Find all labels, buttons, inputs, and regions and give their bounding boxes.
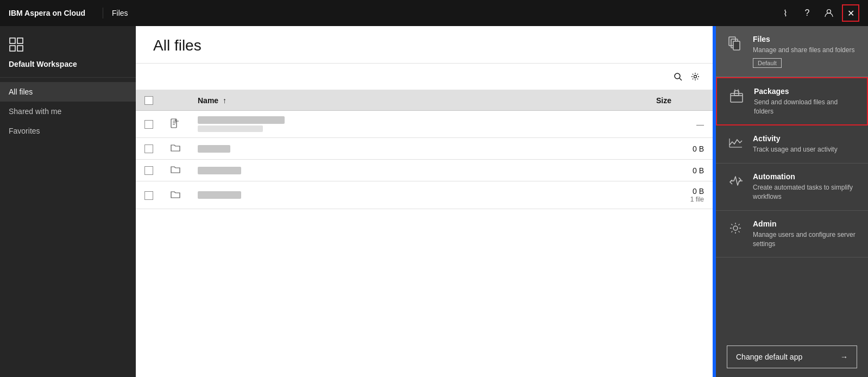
row-checkbox-4[interactable] <box>144 191 153 200</box>
workspace-icon <box>9 37 127 55</box>
admin-panel-title: Admin <box>753 219 857 228</box>
panel-item-packages[interactable]: Packages Send and download files and fol… <box>716 77 868 126</box>
change-default-button[interactable]: Change default app → <box>727 345 857 368</box>
page-title: All files <box>153 37 695 54</box>
default-badge: Default <box>753 58 782 68</box>
svg-point-5 <box>675 73 680 79</box>
panel-item-files[interactable]: Files Manage and share files and folders… <box>716 26 868 77</box>
table-row: 0 B 1 file <box>136 181 713 209</box>
admin-panel-icon <box>727 219 744 237</box>
right-panel: Files Manage and share files and folders… <box>716 26 868 377</box>
files-panel-content: Files Manage and share files and folders… <box>753 35 857 68</box>
folder-name-2 <box>198 145 230 153</box>
table-row: — <box>136 111 713 138</box>
content-area: All files <box>136 26 713 377</box>
svg-rect-1 <box>10 38 15 43</box>
files-panel-icon <box>727 35 744 52</box>
top-navbar: IBM Aspera on Cloud Files ⌇ ? ✕ <box>0 0 868 26</box>
table-header-row: Name ↑ Size <box>136 90 713 111</box>
svg-line-6 <box>680 78 682 80</box>
workspace-name: Default Workspace <box>9 60 127 68</box>
svg-rect-11 <box>733 41 740 50</box>
panel-item-automation[interactable]: Automation Create automated tasks to sim… <box>716 164 868 211</box>
sidebar-item-favorites[interactable]: Favorites <box>0 121 136 141</box>
settings-button[interactable] <box>687 68 704 85</box>
table-row: 0 B <box>136 138 713 160</box>
activity-panel-content: Activity Track usage and user activity <box>753 134 857 154</box>
packages-panel-content: Packages Send and download files and fol… <box>754 87 856 116</box>
content-header: All files <box>136 26 713 64</box>
automation-panel-content: Automation Create automated tasks to sim… <box>753 172 857 202</box>
automation-panel-title: Automation <box>753 172 857 181</box>
panel-footer: Change default app → <box>716 337 868 377</box>
sidebar-nav: All files Shared with me Favorites <box>0 78 136 145</box>
packages-panel-icon <box>728 87 745 104</box>
activity-panel-title: Activity <box>753 134 857 143</box>
svg-rect-2 <box>17 38 23 43</box>
folder-icon-2 <box>171 145 180 154</box>
col-header-name[interactable]: Name ↑ <box>189 90 647 111</box>
sort-icon: ↑ <box>223 96 227 105</box>
svg-rect-3 <box>10 46 15 51</box>
file-sub-1 <box>198 125 263 132</box>
row-checkbox-2[interactable] <box>144 144 153 153</box>
panel-item-admin[interactable]: Admin Manage users and configure server … <box>716 211 868 258</box>
svg-rect-4 <box>17 46 23 51</box>
change-default-arrow: → <box>840 353 848 361</box>
search-button[interactable] <box>669 68 687 85</box>
automation-panel-desc: Create automated tasks to simplify workf… <box>753 183 857 202</box>
row-checkbox-3[interactable] <box>144 166 153 175</box>
panel-item-activity[interactable]: Activity Track usage and user activity <box>716 125 868 164</box>
svg-rect-12 <box>731 93 743 102</box>
automation-panel-icon <box>727 172 744 190</box>
file-name-1 <box>198 116 285 124</box>
workspace-section: Default Workspace <box>0 26 136 78</box>
help-icon-btn[interactable]: ? <box>798 4 816 22</box>
activity-panel-icon <box>727 134 744 152</box>
packages-panel-title: Packages <box>754 87 856 96</box>
main-layout: Default Workspace All files Shared with … <box>0 26 868 377</box>
close-icon-btn[interactable]: ✕ <box>842 4 859 22</box>
packages-panel-desc: Send and download files and folders <box>754 98 856 116</box>
admin-panel-desc: Manage users and configure server settin… <box>753 230 857 249</box>
select-all-checkbox[interactable] <box>144 96 153 105</box>
file-icon-1 <box>171 121 179 130</box>
toolbar <box>136 64 713 90</box>
nav-icon-group: ⌇ ? ✕ <box>777 4 859 22</box>
app-name: Files <box>112 9 128 17</box>
sidebar: Default Workspace All files Shared with … <box>0 26 136 377</box>
folder-name-3 <box>198 167 241 174</box>
folder-size-3: 0 B <box>647 160 713 181</box>
sidebar-item-all-files[interactable]: All files <box>0 82 136 102</box>
svg-point-18 <box>733 226 738 230</box>
col-header-check <box>136 90 162 111</box>
col-header-size: Size <box>647 90 713 111</box>
folder-size-2: 0 B <box>647 138 713 160</box>
files-panel-desc: Manage and share files and folders <box>753 46 857 55</box>
file-table: Name ↑ Size <box>136 90 713 209</box>
table-row: 0 B <box>136 160 713 181</box>
row-checkbox-1[interactable] <box>144 120 153 129</box>
file-table-container: Name ↑ Size <box>136 90 713 377</box>
activity-icon-btn[interactable]: ⌇ <box>777 4 794 22</box>
folder-name-4 <box>198 191 241 199</box>
file-size-1: — <box>647 111 713 138</box>
folder-icon-3 <box>171 167 180 175</box>
activity-panel-desc: Track usage and user activity <box>753 145 857 154</box>
user-icon-btn[interactable] <box>820 4 838 22</box>
col-header-icon <box>162 90 189 111</box>
folder-icon-4 <box>171 192 180 200</box>
sidebar-item-shared-with-me[interactable]: Shared with me <box>0 102 136 121</box>
brand-name: IBM Aspera on Cloud <box>9 9 85 17</box>
folder-size-4: 0 B 1 file <box>647 181 713 209</box>
admin-panel-content: Admin Manage users and configure server … <box>753 219 857 249</box>
nav-divider <box>103 8 103 18</box>
files-panel-title: Files <box>753 35 857 43</box>
change-default-label: Change default app <box>736 353 802 361</box>
svg-point-7 <box>694 76 697 78</box>
